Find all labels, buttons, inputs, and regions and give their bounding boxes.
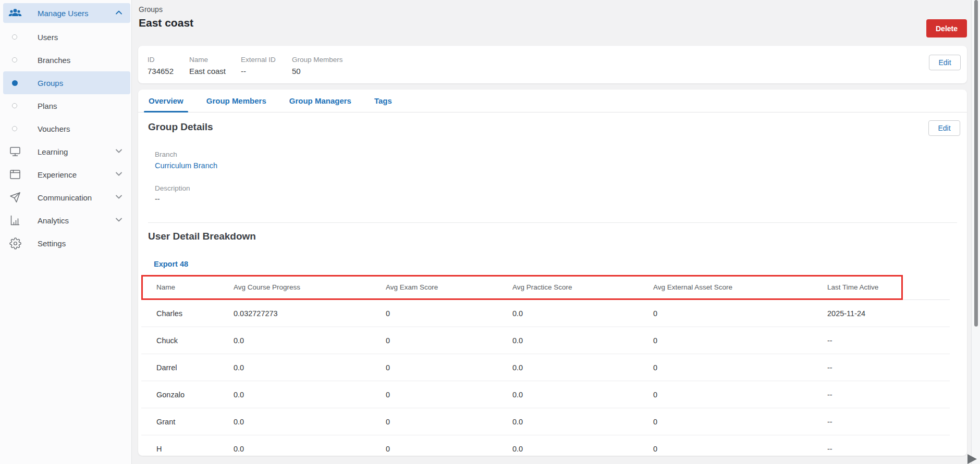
table-cell: -- (827, 418, 950, 426)
field-label: External ID (241, 56, 276, 64)
table-cell: 0 (653, 336, 827, 345)
table-cell: -- (827, 445, 950, 453)
table-row: H0.000.00-- (141, 435, 950, 456)
branch-label: Branch (155, 151, 177, 158)
field-value: 734652 (148, 67, 174, 76)
sidebar-item-analytics[interactable]: Analytics (3, 209, 130, 232)
description-value: -- (155, 195, 160, 204)
table-header-row: NameAvg Course ProgressAvg Exam ScoreAvg… (141, 275, 950, 300)
column-header: Avg External Asset Score (653, 283, 827, 291)
radio-icon (12, 57, 17, 62)
user-name-cell: Chuck (141, 336, 234, 345)
table-cell: 0.032727273 (234, 309, 386, 318)
users-group-icon (6, 7, 24, 19)
column-header: Last Time Active (827, 283, 950, 291)
user-name-cell: Gonzalo (141, 391, 234, 399)
description-label: Description (155, 184, 190, 192)
table-cell: 0.0 (512, 336, 653, 345)
table-cell: 0.0 (512, 391, 653, 399)
summary-field-id: ID 734652 (148, 56, 174, 76)
tab-overview[interactable]: Overview (144, 90, 188, 112)
sidebar-item-label: Manage Users (38, 9, 89, 18)
table-cell: 0.0 (512, 363, 653, 372)
table-cell: 0.0 (234, 445, 386, 453)
table-cell: 0 (386, 309, 512, 318)
sidebar-item-groups[interactable]: Groups (3, 71, 130, 94)
gear-icon (6, 237, 24, 249)
export-link[interactable]: Export 48 (154, 260, 188, 268)
monitor-icon (6, 145, 24, 158)
sidebar-item-label: Communication (38, 193, 92, 202)
chevron-down-icon (116, 149, 122, 153)
sidebar-item-communication[interactable]: Communication (3, 186, 130, 209)
sidebar-item-plans[interactable]: Plans (3, 94, 130, 117)
user-detail-breakdown-heading: User Detail Breakdown (148, 230, 256, 243)
sidebar-item-manage-users[interactable]: Manage Users (3, 3, 130, 23)
column-header: Avg Exam Score (386, 283, 512, 291)
table-cell: 0 (653, 309, 827, 318)
column-header: Avg Practice Score (512, 283, 653, 291)
group-summary-card: ID 734652 Name East coast External ID --… (138, 46, 967, 83)
sidebar-item-vouchers[interactable]: Vouchers (3, 117, 130, 140)
table-cell: 0 (386, 391, 512, 399)
vertical-scrollbar-thumb[interactable] (974, 0, 978, 327)
bar-chart-icon (6, 214, 24, 227)
table-cell: 0.0 (234, 391, 386, 399)
sidebar-item-label: Groups (38, 79, 63, 87)
radio-icon (12, 103, 17, 108)
field-label: ID (148, 56, 174, 64)
table-cell: 0.0 (234, 363, 386, 372)
user-name-cell: Darrel (141, 363, 234, 372)
window-icon (6, 168, 24, 181)
paper-plane-icon (6, 191, 24, 204)
tab-group-members[interactable]: Group Members (202, 90, 271, 112)
main-content: Groups East coast Delete ID 734652 Name … (138, 0, 967, 464)
chevron-down-icon (116, 195, 122, 199)
edit-group-button[interactable]: Edit (929, 55, 961, 70)
branch-link[interactable]: Curriculum Branch (155, 161, 217, 170)
tab-tags[interactable]: Tags (370, 90, 397, 112)
sidebar-item-label: Plans (38, 102, 57, 110)
user-name-cell: Grant (141, 418, 234, 426)
sidebar-item-users[interactable]: Users (3, 26, 130, 48)
sidebar-item-experience[interactable]: Experience (3, 163, 130, 186)
table-cell: 0 (653, 445, 827, 453)
edit-details-button[interactable]: Edit (928, 120, 960, 136)
sidebar-item-branches[interactable]: Branches (3, 48, 130, 71)
table-row: Grant0.000.00-- (141, 408, 950, 435)
radio-icon (12, 34, 17, 40)
sidebar: Manage Users Users Branches Groups Plans… (0, 0, 132, 464)
breadcrumb: Groups (139, 5, 163, 14)
radio-selected-icon (12, 80, 18, 86)
field-value: 50 (292, 67, 343, 76)
field-value: East coast (189, 67, 226, 76)
table-row: Charles0.03272727300.002025-11-24 (141, 300, 950, 327)
page-title: East coast (139, 17, 193, 29)
tab-bar: Overview Group Members Group Managers Ta… (144, 90, 967, 112)
table-cell: 0 (386, 445, 512, 453)
table-cell: -- (827, 391, 950, 399)
sidebar-item-settings[interactable]: Settings (3, 232, 130, 255)
user-name-cell: H (141, 445, 234, 453)
sidebar-item-label: Analytics (38, 216, 69, 225)
delete-button[interactable]: Delete (926, 19, 967, 37)
table-cell: 0 (386, 418, 512, 426)
summary-field-group-members: Group Members 50 (292, 56, 343, 76)
section-divider (148, 222, 957, 223)
tab-group-managers[interactable]: Group Managers (285, 90, 356, 112)
radio-icon (12, 126, 17, 131)
summary-field-name: Name East coast (189, 56, 226, 76)
sidebar-item-label: Learning (38, 147, 68, 156)
table-body: Charles0.03272727300.002025-11-24Chuck0.… (141, 300, 950, 456)
sidebar-item-label: Experience (38, 170, 77, 179)
field-label: Name (189, 56, 226, 64)
user-name-cell: Charles (141, 309, 234, 318)
sidebar-item-learning[interactable]: Learning (3, 140, 130, 163)
table-cell: 0.0 (234, 336, 386, 345)
group-details-heading: Group Details (148, 120, 213, 134)
vertical-scrollbar-track[interactable] (971, 0, 980, 464)
group-detail-card: Overview Group Members Group Managers Ta… (138, 90, 967, 456)
sidebar-item-label: Users (38, 33, 58, 42)
summary-field-external-id: External ID -- (241, 56, 276, 76)
table-cell: 0 (653, 391, 827, 399)
